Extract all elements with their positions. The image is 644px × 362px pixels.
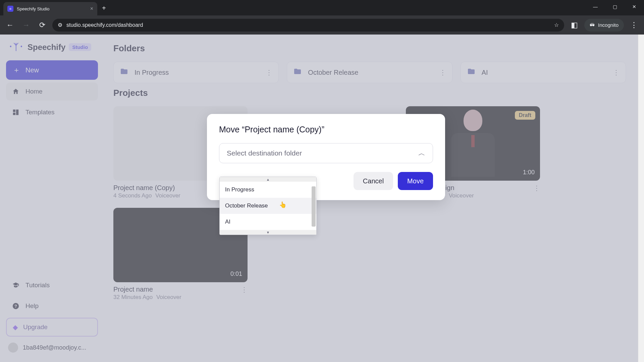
window-controls: — ▢ ✕ <box>586 0 644 13</box>
bookmark-icon[interactable]: ☆ <box>554 22 559 28</box>
browser-tab[interactable]: ≡ Speechify Studio × <box>3 2 97 15</box>
browser-chrome: ≡ Speechify Studio × + — ▢ ✕ ← → ⟳ ⚙ stu… <box>0 0 644 35</box>
dropdown-option[interactable]: In Progress <box>220 182 316 198</box>
url-text: studio.speechify.com/dashboard <box>66 22 550 28</box>
incognito-icon: 🕶 <box>590 22 595 28</box>
close-window-button[interactable]: ✕ <box>625 0 644 13</box>
address-bar: ← → ⟳ ⚙ studio.speechify.com/dashboard ☆… <box>0 15 644 35</box>
forward-button[interactable]: → <box>20 19 32 31</box>
sidepanel-icon[interactable]: ◧ <box>568 19 580 31</box>
maximize-button[interactable]: ▢ <box>605 0 625 13</box>
destination-dropdown[interactable]: ▲ In Progress October Release AI ▼ <box>219 177 317 235</box>
browser-menu-button[interactable]: ⋮ <box>628 19 640 31</box>
modal-title: Move “Project name (Copy)” <box>219 125 433 134</box>
incognito-label: Incognito <box>598 22 619 28</box>
dropdown-option[interactable]: AI <box>220 214 316 230</box>
close-icon[interactable]: × <box>90 6 93 12</box>
scrollbar-thumb[interactable] <box>312 186 316 227</box>
cancel-button[interactable]: Cancel <box>354 172 393 190</box>
site-settings-icon[interactable]: ⚙ <box>58 22 62 28</box>
chevron-up-icon: ︿ <box>418 148 425 158</box>
minimize-button[interactable]: — <box>586 0 605 13</box>
back-button[interactable]: ← <box>4 19 16 31</box>
url-field[interactable]: ⚙ studio.speechify.com/dashboard ☆ <box>52 19 564 32</box>
dropdown-option[interactable]: October Release <box>220 198 316 214</box>
favicon-icon: ≡ <box>7 6 13 12</box>
scroll-down-button[interactable]: ▼ <box>220 230 316 235</box>
tab-title: Speechify Studio <box>17 6 87 11</box>
reload-button[interactable]: ⟳ <box>36 19 48 31</box>
tab-bar: ≡ Speechify Studio × + — ▢ ✕ <box>0 0 644 15</box>
destination-select[interactable]: Select destination folder ︿ <box>219 143 433 163</box>
incognito-badge[interactable]: 🕶 Incognito <box>584 19 624 32</box>
new-tab-button[interactable]: + <box>102 4 106 12</box>
select-placeholder: Select destination folder <box>227 149 302 157</box>
scroll-up-button[interactable]: ▲ <box>220 177 316 182</box>
viewport-scrollbar[interactable] <box>638 35 644 362</box>
move-button[interactable]: Move <box>398 172 433 190</box>
